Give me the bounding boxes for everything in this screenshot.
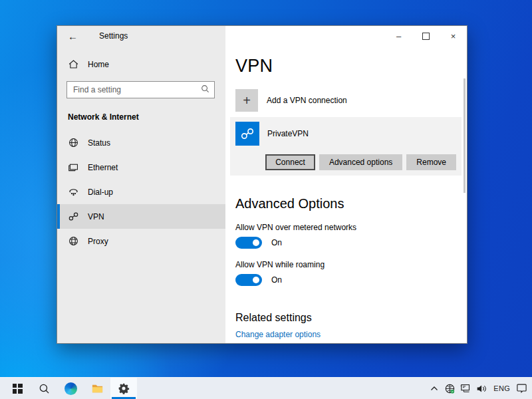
- taskbar-left: [4, 378, 137, 399]
- roaming-label: Allow VPN while roaming: [235, 260, 467, 269]
- minimize-button[interactable]: –: [385, 26, 412, 46]
- ethernet-icon: [68, 162, 79, 173]
- metered-networks-label: Allow VPN over metered networks: [235, 223, 467, 232]
- tray-network-icon[interactable]: [459, 378, 473, 399]
- remove-button[interactable]: Remove: [406, 154, 456, 170]
- sidebar-item-home[interactable]: Home: [68, 59, 225, 70]
- file-explorer-icon: [91, 382, 104, 395]
- vpn-connection-buttons: Connect Advanced options Remove: [235, 154, 456, 170]
- vpn-icon: [68, 211, 79, 222]
- minimize-icon: –: [396, 31, 401, 41]
- sidebar-item-label: Ethernet: [88, 163, 118, 172]
- vpn-connection-header: PrivateVPN: [235, 122, 456, 146]
- add-vpn-connection[interactable]: + Add a VPN connection: [235, 89, 467, 112]
- selection-bar: [57, 204, 60, 229]
- sidebar-item-label: VPN: [88, 212, 104, 221]
- sidebar-item-label: Dial-up: [88, 188, 113, 197]
- add-vpn-label: Add a VPN connection: [267, 96, 347, 105]
- window-title: Settings: [99, 31, 128, 41]
- roaming-toggle-row: On: [235, 274, 467, 286]
- close-button[interactable]: ×: [440, 26, 467, 46]
- proxy-globe-icon: [68, 235, 79, 247]
- edge-button[interactable]: [57, 378, 84, 399]
- windows-logo-icon: [13, 384, 23, 394]
- sidebar-item-label: Proxy: [88, 237, 108, 246]
- tray-action-center-icon[interactable]: [515, 378, 529, 399]
- edge-icon: [65, 382, 77, 395]
- tray-volume-icon[interactable]: [475, 378, 489, 399]
- tray-language-indicator[interactable]: ENG: [491, 384, 513, 392]
- search-icon: [39, 383, 50, 394]
- toggle-knob: [253, 277, 259, 283]
- back-icon[interactable]: ←: [68, 31, 78, 42]
- vpn-connection-item[interactable]: PrivateVPN Connect Advanced options Remo…: [230, 117, 462, 176]
- tray-security-shield-icon[interactable]: [443, 378, 457, 399]
- sidebar-nav: Status Ethernet: [57, 130, 225, 253]
- sidebar-item-dialup[interactable]: Dial-up: [57, 180, 225, 204]
- sidebar-item-ethernet[interactable]: Ethernet: [57, 155, 225, 180]
- globe-status-icon: [68, 137, 79, 148]
- toggle-state-label: On: [271, 275, 282, 285]
- settings-window: ← Settings Home Network & Internet: [57, 25, 467, 344]
- dialup-icon: [68, 186, 79, 198]
- search-box[interactable]: [66, 81, 215, 98]
- system-tray: ENG: [427, 378, 529, 399]
- close-icon: ×: [451, 31, 456, 41]
- advanced-options-heading: Advanced Options: [235, 196, 467, 211]
- settings-sidebar: ← Settings Home Network & Internet: [57, 26, 225, 343]
- plus-icon[interactable]: +: [235, 89, 258, 112]
- file-explorer-button[interactable]: [84, 378, 110, 399]
- vpn-connection-name: PrivateVPN: [267, 129, 309, 138]
- toggle-state-label: On: [271, 238, 282, 247]
- taskbar: ENG: [0, 377, 532, 399]
- search-input[interactable]: [72, 84, 201, 95]
- scrollbar-thumb[interactable]: [464, 78, 466, 193]
- sidebar-item-status[interactable]: Status: [57, 130, 225, 155]
- sidebar-item-vpn[interactable]: VPN: [57, 204, 225, 229]
- metered-networks-toggle[interactable]: [235, 237, 262, 249]
- maximize-button[interactable]: [412, 26, 440, 46]
- page-title: VPN: [235, 56, 467, 76]
- sidebar-section-header: Network & Internet: [68, 112, 225, 122]
- start-button[interactable]: [4, 378, 31, 399]
- metered-networks-toggle-row: On: [235, 237, 467, 249]
- change-adapter-options-link[interactable]: Change adapter options: [235, 330, 321, 339]
- gear-icon: [118, 382, 130, 394]
- settings-app-button[interactable]: [110, 378, 137, 399]
- settings-main-pane: – × VPN + Add a VPN connection PrivateVP…: [225, 26, 467, 343]
- maximize-icon: [422, 33, 430, 40]
- connect-button[interactable]: Connect: [265, 154, 315, 170]
- search-icon[interactable]: [201, 84, 209, 95]
- sidebar-titlebar: ← Settings: [57, 26, 225, 46]
- related-settings-heading: Related settings: [235, 312, 467, 324]
- sidebar-item-label: Status: [88, 138, 110, 148]
- window-titlebar: – ×: [225, 26, 467, 46]
- roaming-toggle[interactable]: [235, 274, 262, 286]
- sidebar-item-proxy[interactable]: Proxy: [57, 229, 225, 253]
- home-label: Home: [88, 60, 109, 69]
- advanced-options-button[interactable]: Advanced options: [319, 154, 402, 170]
- tray-chevron-up-icon[interactable]: [427, 378, 441, 399]
- taskbar-search-button[interactable]: [31, 378, 57, 399]
- home-icon: [68, 59, 79, 70]
- vpn-connection-icon: [235, 122, 259, 146]
- toggle-knob: [253, 239, 259, 246]
